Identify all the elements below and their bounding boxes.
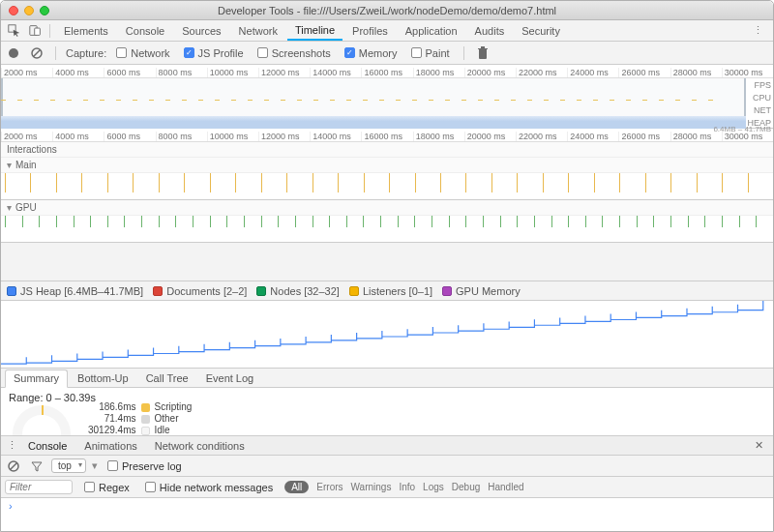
legend-listeners[interactable]: Listeners [0–1] bbox=[349, 285, 432, 297]
tab-eventlog[interactable]: Event Log bbox=[198, 369, 262, 387]
svg-line-6 bbox=[11, 462, 17, 469]
level-info[interactable]: Info bbox=[399, 482, 415, 492]
capture-memory-checkbox[interactable]: Memory bbox=[341, 47, 402, 59]
tab-network[interactable]: Network bbox=[231, 20, 285, 41]
console-filter-bar: Regex Hide network messages All Errors W… bbox=[1, 477, 773, 498]
svg-rect-2 bbox=[34, 28, 40, 35]
overview-lanes[interactable]: FPS CPU NET HEAP 6.4MB – 41.7MB bbox=[1, 78, 773, 129]
console-filter-icon[interactable] bbox=[28, 458, 45, 475]
memory-chart[interactable] bbox=[1, 301, 773, 369]
drawer-tabs: ⋮ Console Animations Network conditions … bbox=[1, 436, 773, 456]
hide-network-checkbox[interactable]: Hide network messages bbox=[141, 482, 277, 493]
context-selector[interactable]: top bbox=[51, 458, 86, 473]
console-toolbar: top ▾ Preserve log bbox=[1, 456, 773, 477]
heap-overview bbox=[1, 116, 746, 129]
legend-jsheap[interactable]: JS Heap [6.4MB–41.7MB] bbox=[7, 285, 143, 297]
capture-jsprofile-checkbox[interactable]: JS Profile bbox=[180, 47, 248, 59]
capture-label: Capture: bbox=[66, 47, 106, 59]
console-prompt[interactable]: › bbox=[1, 498, 773, 514]
drawer-close-icon[interactable]: ✕ bbox=[749, 439, 769, 452]
level-debug[interactable]: Debug bbox=[452, 482, 480, 492]
devtools-tabs: Elements Console Sources Network Timelin… bbox=[1, 20, 773, 42]
tab-calltree[interactable]: Call Tree bbox=[138, 369, 196, 387]
preserve-log-checkbox[interactable]: Preserve log bbox=[104, 460, 186, 472]
jsheap-line bbox=[1, 301, 773, 368]
legend-documents[interactable]: Documents [2–2] bbox=[153, 285, 247, 297]
main-thread-flamechart[interactable] bbox=[1, 173, 773, 200]
section-main[interactable]: Main bbox=[1, 158, 773, 173]
window-titlebar: Developer Tools - file:///Users/ZweiL/wo… bbox=[1, 1, 773, 20]
tab-profiles[interactable]: Profiles bbox=[344, 20, 396, 41]
separator bbox=[55, 46, 56, 60]
lane-fps-label: FPS bbox=[754, 78, 771, 91]
svg-line-4 bbox=[34, 49, 41, 56]
tab-security[interactable]: Security bbox=[514, 20, 568, 41]
level-all[interactable]: All bbox=[284, 481, 309, 493]
cpu-overview bbox=[1, 95, 746, 101]
separator bbox=[463, 46, 464, 60]
capture-network-checkbox[interactable]: Network bbox=[112, 47, 173, 59]
tab-bottomup[interactable]: Bottom-Up bbox=[70, 369, 136, 387]
row-other: 71.4msOther bbox=[88, 413, 197, 425]
tab-summary[interactable]: Summary bbox=[5, 369, 68, 388]
tab-audits[interactable]: Audits bbox=[467, 20, 513, 41]
gc-button[interactable] bbox=[474, 44, 491, 62]
drawer-tab-console[interactable]: Console bbox=[20, 436, 74, 455]
tab-elements[interactable]: Elements bbox=[56, 20, 116, 41]
summary-donut bbox=[13, 405, 71, 436]
window-title: Developer Tools - file:///Users/ZweiL/wo… bbox=[1, 5, 773, 16]
level-errors[interactable]: Errors bbox=[316, 482, 342, 492]
lane-net-label: NET bbox=[754, 103, 771, 116]
drawer-tab-animations[interactable]: Animations bbox=[76, 436, 144, 455]
spacer bbox=[1, 243, 773, 281]
capture-paint-checkbox[interactable]: Paint bbox=[407, 47, 454, 59]
summary-breakdown: 186.6msScripting 71.4msOther 30129.4msId… bbox=[88, 401, 197, 436]
level-warnings[interactable]: Warnings bbox=[351, 482, 392, 492]
tab-sources[interactable]: Sources bbox=[174, 20, 228, 41]
row-idle: 30129.4msIdle bbox=[88, 425, 197, 436]
tab-console[interactable]: Console bbox=[118, 20, 172, 41]
lane-cpu-label: CPU bbox=[753, 91, 771, 103]
heap-range-label: 6.4MB – 41.7MB bbox=[713, 125, 771, 133]
summary-pane: Range: 0 – 30.39s 186.6msScripting 71.4m… bbox=[1, 388, 773, 436]
clear-button[interactable] bbox=[28, 44, 45, 62]
console-filter-input[interactable] bbox=[5, 480, 73, 494]
timeline-toolbar: Capture: Network JS Profile Screenshots … bbox=[1, 42, 773, 65]
gpu-flamechart[interactable] bbox=[1, 216, 773, 243]
console-clear-icon[interactable] bbox=[5, 458, 22, 475]
overview-ruler[interactable]: 2000 ms4000 ms6000 ms8000 ms10000 ms1200… bbox=[1, 65, 773, 78]
level-logs[interactable]: Logs bbox=[423, 482, 444, 492]
legend-gpumem[interactable]: GPU Memory bbox=[442, 285, 521, 297]
regex-checkbox[interactable]: Regex bbox=[80, 482, 134, 493]
detail-ruler[interactable]: 2000 ms4000 ms6000 ms8000 ms10000 ms1200… bbox=[1, 129, 773, 142]
details-tabs: Summary Bottom-Up Call Tree Event Log bbox=[1, 369, 773, 388]
level-handled[interactable]: Handled bbox=[488, 482, 523, 492]
row-scripting: 186.6msScripting bbox=[88, 401, 197, 413]
drawer-expand-icon[interactable]: ⋮ bbox=[7, 439, 17, 452]
legend-nodes[interactable]: Nodes [32–32] bbox=[256, 285, 340, 297]
drawer-tab-network-conditions[interactable]: Network conditions bbox=[147, 436, 253, 455]
memory-legend: JS Heap [6.4MB–41.7MB] Documents [2–2] N… bbox=[1, 281, 773, 301]
tab-timeline[interactable]: Timeline bbox=[287, 20, 342, 41]
tab-application[interactable]: Application bbox=[398, 20, 465, 41]
separator bbox=[49, 24, 50, 38]
section-gpu[interactable]: GPU bbox=[1, 200, 773, 216]
more-menu-icon[interactable]: ⋮ bbox=[747, 24, 769, 37]
section-interactions[interactable]: Interactions bbox=[1, 142, 773, 158]
record-button[interactable] bbox=[5, 44, 22, 62]
capture-screenshots-checkbox[interactable]: Screenshots bbox=[253, 47, 335, 59]
device-toolbar-icon[interactable] bbox=[26, 22, 44, 40]
inspect-element-icon[interactable] bbox=[5, 22, 22, 40]
